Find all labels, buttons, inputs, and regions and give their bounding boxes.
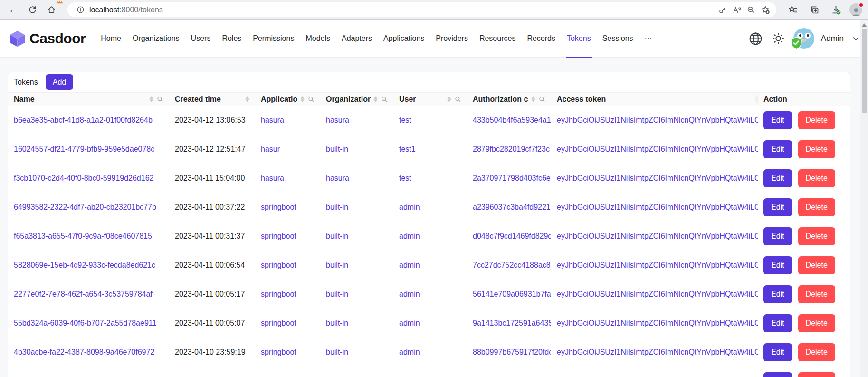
delete-button[interactable]: Delete xyxy=(798,140,835,158)
search-icon[interactable] xyxy=(455,96,461,103)
edit-button[interactable]: Edit xyxy=(763,256,792,274)
organization-link[interactable]: built-in xyxy=(326,290,348,298)
back-icon[interactable]: ← xyxy=(5,2,22,18)
organization-link[interactable]: hasura xyxy=(326,116,349,124)
address-bar[interactable]: localhost:8000/tokens xyxy=(67,2,776,17)
organization-link[interactable]: built-in xyxy=(326,261,348,269)
application-link[interactable]: springboot xyxy=(261,348,296,356)
downloads-icon[interactable] xyxy=(828,2,845,18)
user-link[interactable]: admin xyxy=(399,319,420,327)
site-info-icon[interactable] xyxy=(73,3,87,17)
edit-button[interactable]: Edit xyxy=(763,140,792,158)
collections-icon[interactable] xyxy=(806,2,823,18)
sort-icon[interactable] xyxy=(531,96,535,102)
delete-button[interactable]: Delete xyxy=(798,169,835,187)
read-aloud-icon[interactable] xyxy=(730,3,744,17)
user-link[interactable]: test1 xyxy=(399,145,416,153)
search-icon[interactable] xyxy=(381,96,388,103)
user-link[interactable]: admin xyxy=(399,348,420,356)
nav-item[interactable]: Users xyxy=(185,20,217,57)
column-header-authorization-code[interactable]: Authorization code xyxy=(467,93,551,106)
search-icon[interactable] xyxy=(157,96,163,103)
token-name-link[interactable]: b6ea3e35-abcf-41d8-a1a2-01f00fd8264b xyxy=(14,116,153,124)
delete-button[interactable]: Delete xyxy=(798,227,835,245)
refresh-icon[interactable] xyxy=(24,2,41,18)
application-link[interactable]: springboot xyxy=(261,261,296,269)
language-globe-icon[interactable] xyxy=(748,31,763,46)
user-link[interactable]: admin xyxy=(399,261,420,269)
delete-button[interactable]: Delete xyxy=(798,198,835,216)
edit-button[interactable]: Edit xyxy=(763,285,792,303)
edit-button[interactable]: Edit xyxy=(763,169,792,187)
edit-button[interactable]: Edit xyxy=(763,314,792,332)
favorites-hub-icon[interactable] xyxy=(784,2,801,18)
vertical-scrollbar[interactable] xyxy=(860,20,868,377)
scrollbar-up-arrow[interactable] xyxy=(862,23,867,27)
organization-link[interactable]: built-in xyxy=(326,203,348,211)
delete-button[interactable]: Delete xyxy=(798,314,835,332)
user-link[interactable]: admin xyxy=(399,203,420,211)
token-name-link[interactable]: 64993582-2322-4df7-ab20-cb23201bc77b xyxy=(14,203,156,211)
nav-item[interactable]: ··· xyxy=(639,20,658,57)
token-name-link[interactable]: f3cb1070-c2d4-40f0-8bc0-59919d26d162 xyxy=(14,174,153,182)
theme-sun-icon[interactable] xyxy=(772,32,785,45)
user-link[interactable]: test xyxy=(399,116,411,124)
nav-item[interactable]: Organizations xyxy=(127,20,185,57)
edit-button[interactable]: Edit xyxy=(763,227,792,245)
nav-item[interactable]: Adapters xyxy=(336,20,378,57)
token-name-link[interactable]: 4b30acbe-fa22-4387-8098-9a46e70f6972 xyxy=(14,348,154,356)
column-header-user[interactable]: User xyxy=(393,93,467,106)
token-name-link[interactable]: 55bd324a-6039-40f6-b707-2a55d78ae911 xyxy=(14,319,156,327)
zoom-out-icon[interactable] xyxy=(744,3,758,17)
user-link[interactable]: admin xyxy=(399,232,420,240)
user-link[interactable]: test xyxy=(399,174,411,182)
add-token-button[interactable]: Add xyxy=(46,74,73,90)
sort-icon[interactable] xyxy=(447,96,451,102)
application-link[interactable]: springboot xyxy=(261,232,296,240)
column-header-application[interactable]: Application xyxy=(255,93,320,106)
token-name-link[interactable]: 16024557-df21-4779-bfb9-959e5dae078c xyxy=(14,145,154,153)
organization-link[interactable]: hasura xyxy=(326,174,349,182)
nav-item[interactable]: Models xyxy=(300,20,336,57)
organization-link[interactable]: built-in xyxy=(326,145,348,153)
application-link[interactable]: hasura xyxy=(261,174,284,182)
scrollbar-thumb[interactable] xyxy=(862,29,867,113)
casdoor-logo[interactable]: Casdoor xyxy=(9,20,86,57)
token-name-link[interactable]: 2277e0f2-7e78-462f-a654-3c53759784af xyxy=(14,290,153,298)
nav-item[interactable]: Home xyxy=(95,20,127,57)
column-header-created-time[interactable]: Created time xyxy=(169,93,255,106)
organization-link[interactable]: built-in xyxy=(326,319,348,327)
search-icon[interactable] xyxy=(539,96,545,103)
application-link[interactable]: hasur xyxy=(261,145,280,153)
search-icon[interactable] xyxy=(308,96,315,103)
sort-icon[interactable] xyxy=(245,96,249,102)
application-link[interactable]: springboot xyxy=(261,290,296,298)
application-link[interactable]: hasura xyxy=(261,116,284,124)
browser-profile-avatar[interactable] xyxy=(849,3,862,16)
delete-button[interactable]: Delete xyxy=(798,256,835,274)
nav-item[interactable]: Roles xyxy=(216,20,247,57)
nav-item[interactable]: Sessions xyxy=(597,20,639,57)
delete-button[interactable]: Delete xyxy=(798,285,835,303)
delete-button[interactable]: Delete xyxy=(798,343,835,361)
edit-button[interactable]: Edit xyxy=(763,372,792,377)
organization-link[interactable]: built-in xyxy=(326,232,348,240)
application-link[interactable]: springboot xyxy=(261,319,296,327)
password-key-icon[interactable] xyxy=(715,3,730,17)
nav-item[interactable]: Permissions xyxy=(247,20,300,57)
chevron-down-icon[interactable] xyxy=(852,35,859,42)
column-header-organization[interactable]: Organization xyxy=(320,93,393,106)
column-header-name[interactable]: Name xyxy=(8,93,169,106)
token-name-link[interactable]: 5828069e-15eb-4c92-933c-fecda8ed621c xyxy=(14,261,155,269)
user-avatar[interactable] xyxy=(793,28,814,49)
delete-button[interactable]: Delete xyxy=(798,111,835,129)
sort-icon[interactable] xyxy=(300,96,305,102)
edit-button[interactable]: Edit xyxy=(763,343,792,361)
nav-item[interactable]: Providers xyxy=(430,20,474,57)
edit-button[interactable]: Edit xyxy=(763,198,792,216)
edit-button[interactable]: Edit xyxy=(763,111,792,129)
sort-icon[interactable] xyxy=(373,96,378,102)
sort-icon[interactable] xyxy=(149,96,153,102)
account-name[interactable]: Admin xyxy=(821,34,844,43)
delete-button[interactable]: Delete xyxy=(798,372,835,377)
